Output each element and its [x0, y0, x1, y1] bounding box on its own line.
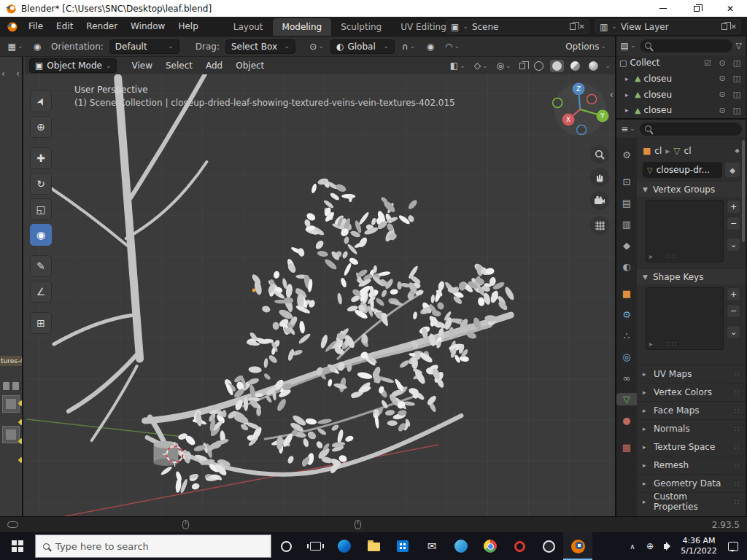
outliner-row-object[interactable]: ▸ ▲ closeu ⊙ ◫ [616, 87, 746, 103]
panel-custom-properties[interactable]: ▸Custom Properties∷ [637, 492, 746, 510]
snap-magnet-button[interactable]: ∩⌄ [400, 39, 417, 54]
skype-button[interactable] [446, 532, 476, 560]
drag-dropdown[interactable]: Select Box⌄ [225, 39, 295, 54]
tab-view-layer[interactable]: ▥ [617, 218, 636, 230]
file-thumb-icon[interactable] [12, 382, 19, 390]
filter-icon[interactable]: ▽ [736, 41, 742, 50]
tab-world[interactable]: ◐ [617, 260, 636, 273]
overlays-dropdown[interactable]: ◎⌄ [494, 59, 513, 72]
gizmos-dropdown[interactable]: ◇⌄ [472, 59, 490, 72]
tray-expand-icon[interactable]: ∧ [624, 532, 640, 560]
outliner-row-object[interactable]: ▸ ▲ closeu ⊙ ◫ [616, 71, 746, 87]
chrome-button[interactable] [476, 532, 505, 560]
pivot-point-button[interactable]: ⊙⌄ [309, 39, 325, 54]
network-icon[interactable]: ⊕ [642, 532, 658, 560]
expand-icon[interactable]: ▸ [625, 106, 632, 114]
add-cube-tool[interactable]: ⊞ [30, 312, 52, 334]
options-button[interactable]: Options⌄ [565, 39, 606, 54]
zoom-button[interactable] [590, 145, 609, 164]
blender-menu-icon[interactable] [6, 20, 18, 32]
outliner-display-mode-button[interactable]: ▤⌄ [620, 39, 636, 53]
tab-scene[interactable]: ◆ [617, 239, 636, 252]
menu-edit[interactable]: Edit [50, 19, 80, 34]
remove-vertex-group-button[interactable]: − [727, 217, 740, 230]
properties-editor-type-button[interactable]: ≡⌄ [620, 122, 636, 136]
camera-visibility-icon[interactable]: ◫ [731, 106, 743, 115]
menu-window[interactable]: Window [124, 19, 171, 34]
visibility-dropdown[interactable]: ◧⌄ [448, 59, 468, 72]
workspace-tab-sculpting[interactable]: Sculpting [331, 18, 391, 36]
maximize-button[interactable] [680, 0, 713, 17]
falloff-button[interactable]: ◠⌄ [444, 39, 460, 54]
dock-tab-label[interactable]: tures-4 [0, 356, 23, 366]
minimize-button[interactable] [646, 0, 680, 17]
expand-toolshelf-icon[interactable]: ‹ [16, 69, 20, 79]
tab-particles[interactable]: ∴ [617, 330, 636, 342]
view-layer-selector[interactable]: ▥ ⌄ View Layer ✕ [595, 19, 741, 34]
tab-tool[interactable]: ⚙ [617, 149, 636, 161]
shading-rendered-button[interactable] [587, 60, 600, 72]
tab-constraints[interactable]: ∞ [617, 372, 636, 384]
file-thumb-icon[interactable] [3, 382, 9, 390]
opera-button[interactable] [505, 532, 534, 560]
panel-shape-keys[interactable]: ▼ Shape Keys [637, 268, 746, 284]
menu-object[interactable]: Object [230, 59, 270, 72]
camera-view-button[interactable] [590, 191, 609, 210]
rotate-tool[interactable]: ↻ [30, 173, 52, 195]
tab-texture[interactable]: ▩ [617, 441, 636, 454]
eye-icon[interactable]: ⊙ [716, 90, 728, 99]
shape-keys-list[interactable]: ▸∷∷ [646, 287, 724, 350]
editor-type-button[interactable]: ▦⌄ [7, 39, 23, 54]
menu-help[interactable]: Help [171, 19, 204, 34]
shading-wireframe-button[interactable] [532, 60, 546, 72]
menu-view[interactable]: View [125, 59, 158, 72]
shading-solid-button[interactable] [550, 60, 564, 72]
properties-search-field[interactable] [640, 122, 742, 136]
panel-uv-maps[interactable]: ▸UV Maps∷ [637, 365, 746, 383]
file-explorer-button[interactable] [359, 532, 388, 560]
data-name-field[interactable]: ▽ closeup-dr... [643, 162, 722, 178]
image-thumbnail[interactable] [2, 395, 20, 413]
select-box-tool[interactable]: ➤ [30, 90, 52, 112]
edge-button[interactable] [330, 532, 359, 560]
tab-object-data[interactable]: ▽ [616, 393, 637, 405]
tab-modifiers[interactable]: ⚙ [617, 308, 636, 321]
menu-render[interactable]: Render [80, 19, 124, 34]
properties-scrollbar[interactable] [742, 140, 745, 242]
remove-shape-key-button[interactable]: − [727, 304, 740, 318]
vertex-groups-list[interactable]: ▸∷∷ [646, 200, 724, 262]
pin-icon[interactable]: ⌖ [735, 146, 740, 156]
start-button[interactable] [0, 532, 35, 560]
new-scene-icon[interactable] [570, 23, 576, 30]
outliner-row-collection[interactable]: ▢ Collect ☑ ⊙ ◫ [616, 55, 746, 71]
tab-object[interactable]: ■ [617, 287, 636, 300]
expand-icon[interactable]: ▸ [625, 91, 632, 98]
annotate-tool[interactable]: ✎ [30, 255, 52, 277]
breadcrumb-object[interactable]: cl [654, 146, 662, 156]
vertex-group-specials-button[interactable]: ⌄ [727, 238, 740, 252]
outliner-search-field[interactable] [640, 39, 732, 52]
camera-visibility-icon[interactable]: ◫ [731, 58, 743, 68]
breadcrumb-data[interactable]: cl [684, 146, 692, 156]
store-button[interactable] [388, 532, 417, 560]
panel-geometry-data[interactable]: ▸Geometry Data∷ [637, 474, 746, 492]
panel-remesh[interactable]: ▸Remesh∷ [637, 456, 746, 474]
close-button[interactable]: ✕ [713, 0, 747, 17]
panel-vertex-colors[interactable]: ▸Vertex Colors∷ [637, 383, 746, 401]
mail-button[interactable]: ✉ [417, 532, 446, 560]
menu-add[interactable]: Add [200, 59, 228, 72]
panel-normals[interactable]: ▸Normals∷ [637, 419, 746, 438]
shape-key-specials-button[interactable]: ⌄ [727, 325, 740, 339]
scene-selector[interactable]: ▣ ⌄ Scene ✕ [446, 19, 589, 34]
taskbar-clock[interactable]: 4:36 AM 5/1/2022 [677, 536, 721, 556]
outliner-row-object[interactable]: ▸ ▲ closeu ⊙ ◫ [616, 102, 746, 118]
eye-icon[interactable]: ⊙ [716, 106, 728, 115]
workspace-tab-layout[interactable]: Layout [224, 18, 273, 36]
expand-panel-icon[interactable]: ‹ [1, 69, 5, 79]
collection-checkbox[interactable]: ☑ [702, 58, 713, 68]
task-view-button[interactable] [301, 532, 330, 560]
tab-material[interactable]: ● [617, 414, 636, 427]
scale-tool[interactable]: ◱ [30, 198, 52, 220]
xray-toggle[interactable] [517, 61, 527, 71]
viewport-canvas[interactable]: ZYX [25, 74, 615, 516]
